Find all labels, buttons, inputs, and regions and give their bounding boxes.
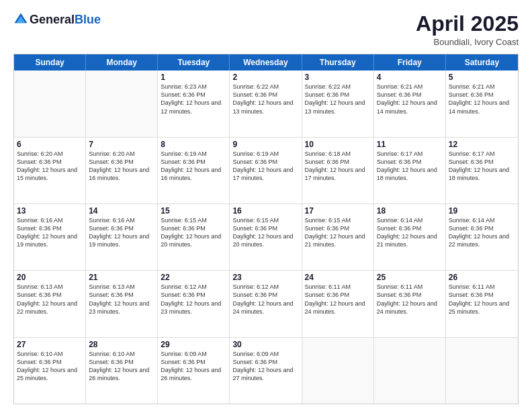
day-number: 27 (17, 340, 83, 349)
calendar-day-16: 16Sunrise: 6:15 AMSunset: 6:36 PMDayligh… (230, 204, 302, 270)
calendar-day-3: 3Sunrise: 6:22 AMSunset: 6:36 PMDaylight… (302, 71, 374, 136)
day-info: Sunrise: 6:11 AMSunset: 6:36 PMDaylight:… (305, 283, 371, 316)
calendar-day-13: 13Sunrise: 6:16 AMSunset: 6:36 PMDayligh… (14, 204, 86, 270)
calendar-day-8: 8Sunrise: 6:19 AMSunset: 6:36 PMDaylight… (158, 138, 230, 203)
day-number: 25 (377, 273, 443, 282)
day-info: Sunrise: 6:21 AMSunset: 6:36 PMDaylight:… (449, 83, 515, 116)
day-info: Sunrise: 6:09 AMSunset: 6:36 PMDaylight:… (161, 350, 226, 383)
calendar-day-26: 26Sunrise: 6:11 AMSunset: 6:36 PMDayligh… (446, 271, 518, 336)
day-info: Sunrise: 6:18 AMSunset: 6:36 PMDaylight:… (305, 150, 371, 183)
day-number: 28 (89, 340, 154, 349)
logo-blue: Blue (75, 13, 101, 26)
day-number: 14 (89, 206, 154, 216)
day-info: Sunrise: 6:23 AMSunset: 6:36 PMDaylight:… (161, 83, 226, 116)
day-info: Sunrise: 6:15 AMSunset: 6:36 PMDaylight:… (232, 216, 298, 249)
month-title: April 2025 (416, 12, 519, 36)
day-number: 3 (305, 73, 371, 82)
location-title: Boundiali, Ivory Coast (416, 37, 519, 47)
calendar-week-1: 1Sunrise: 6:23 AMSunset: 6:36 PMDaylight… (14, 71, 518, 136)
day-info: Sunrise: 6:12 AMSunset: 6:36 PMDaylight:… (232, 283, 298, 316)
header-day-thursday: Thursday (302, 54, 374, 71)
calendar-day-24: 24Sunrise: 6:11 AMSunset: 6:36 PMDayligh… (302, 271, 374, 336)
header-day-monday: Monday (86, 54, 158, 71)
calendar-day-23: 23Sunrise: 6:12 AMSunset: 6:36 PMDayligh… (230, 271, 302, 336)
calendar-day-20: 20Sunrise: 6:13 AMSunset: 6:36 PMDayligh… (14, 271, 86, 336)
header-day-wednesday: Wednesday (230, 54, 302, 71)
day-info: Sunrise: 6:20 AMSunset: 6:36 PMDaylight:… (17, 150, 83, 183)
header: GeneralBlue April 2025 Boundiali, Ivory … (13, 12, 519, 47)
logo-text: GeneralBlue (30, 13, 101, 27)
calendar-day-empty (374, 338, 446, 404)
day-number: 18 (377, 206, 443, 216)
day-number: 26 (449, 273, 515, 282)
header-day-sunday: Sunday (14, 54, 86, 71)
day-number: 24 (305, 273, 371, 282)
day-number: 13 (17, 206, 83, 216)
calendar-day-empty (446, 338, 518, 404)
day-info: Sunrise: 6:22 AMSunset: 6:36 PMDaylight:… (305, 83, 371, 116)
day-number: 5 (449, 73, 515, 82)
calendar: SundayMondayTuesdayWednesdayThursdayFrid… (13, 54, 519, 404)
calendar-day-empty (302, 338, 374, 404)
calendar-day-14: 14Sunrise: 6:16 AMSunset: 6:36 PMDayligh… (86, 204, 158, 270)
calendar-day-empty (14, 71, 86, 136)
day-number: 22 (161, 273, 226, 282)
header-day-friday: Friday (374, 54, 446, 71)
day-number: 9 (232, 140, 298, 149)
day-info: Sunrise: 6:16 AMSunset: 6:36 PMDaylight:… (89, 216, 154, 249)
calendar-day-12: 12Sunrise: 6:17 AMSunset: 6:36 PMDayligh… (446, 138, 518, 203)
day-number: 6 (17, 140, 83, 149)
page: GeneralBlue April 2025 Boundiali, Ivory … (0, 0, 532, 411)
day-info: Sunrise: 6:11 AMSunset: 6:36 PMDaylight:… (449, 283, 515, 316)
day-info: Sunrise: 6:10 AMSunset: 6:36 PMDaylight:… (17, 350, 83, 383)
calendar-day-18: 18Sunrise: 6:14 AMSunset: 6:36 PMDayligh… (374, 204, 446, 270)
day-info: Sunrise: 6:20 AMSunset: 6:36 PMDaylight:… (89, 150, 154, 183)
day-info: Sunrise: 6:09 AMSunset: 6:36 PMDaylight:… (232, 350, 298, 383)
calendar-day-empty (86, 71, 158, 136)
calendar-day-1: 1Sunrise: 6:23 AMSunset: 6:36 PMDaylight… (158, 71, 230, 136)
logo: GeneralBlue (13, 12, 101, 27)
day-number: 15 (161, 206, 226, 216)
header-day-tuesday: Tuesday (158, 54, 230, 71)
day-info: Sunrise: 6:15 AMSunset: 6:36 PMDaylight:… (161, 216, 226, 249)
day-number: 30 (232, 340, 298, 349)
day-number: 11 (377, 140, 443, 149)
calendar-week-4: 20Sunrise: 6:13 AMSunset: 6:36 PMDayligh… (14, 270, 518, 336)
day-number: 17 (305, 206, 371, 216)
day-info: Sunrise: 6:16 AMSunset: 6:36 PMDaylight:… (17, 216, 83, 249)
calendar-day-21: 21Sunrise: 6:13 AMSunset: 6:36 PMDayligh… (86, 271, 158, 336)
calendar-day-4: 4Sunrise: 6:21 AMSunset: 6:36 PMDaylight… (374, 71, 446, 136)
title-block: April 2025 Boundiali, Ivory Coast (416, 12, 519, 47)
calendar-day-29: 29Sunrise: 6:09 AMSunset: 6:36 PMDayligh… (158, 338, 230, 404)
day-info: Sunrise: 6:13 AMSunset: 6:36 PMDaylight:… (17, 283, 83, 316)
day-info: Sunrise: 6:21 AMSunset: 6:36 PMDaylight:… (377, 83, 443, 116)
calendar-day-19: 19Sunrise: 6:14 AMSunset: 6:36 PMDayligh… (446, 204, 518, 270)
logo-icon (13, 12, 28, 27)
calendar-day-9: 9Sunrise: 6:19 AMSunset: 6:36 PMDaylight… (230, 138, 302, 203)
calendar-header: SundayMondayTuesdayWednesdayThursdayFrid… (14, 54, 518, 71)
day-info: Sunrise: 6:10 AMSunset: 6:36 PMDaylight:… (89, 350, 154, 383)
day-number: 20 (17, 273, 83, 282)
logo-general: General (30, 13, 75, 26)
calendar-day-22: 22Sunrise: 6:12 AMSunset: 6:36 PMDayligh… (158, 271, 230, 336)
day-number: 10 (305, 140, 371, 149)
calendar-body: 1Sunrise: 6:23 AMSunset: 6:36 PMDaylight… (14, 71, 518, 404)
calendar-day-11: 11Sunrise: 6:17 AMSunset: 6:36 PMDayligh… (374, 138, 446, 203)
day-number: 12 (449, 140, 515, 149)
calendar-day-25: 25Sunrise: 6:11 AMSunset: 6:36 PMDayligh… (374, 271, 446, 336)
calendar-day-7: 7Sunrise: 6:20 AMSunset: 6:36 PMDaylight… (86, 138, 158, 203)
calendar-day-30: 30Sunrise: 6:09 AMSunset: 6:36 PMDayligh… (230, 338, 302, 404)
day-number: 29 (161, 340, 226, 349)
day-number: 7 (89, 140, 154, 149)
calendar-week-2: 6Sunrise: 6:20 AMSunset: 6:36 PMDaylight… (14, 137, 518, 203)
day-number: 1 (161, 73, 226, 82)
day-number: 8 (161, 140, 226, 149)
day-info: Sunrise: 6:12 AMSunset: 6:36 PMDaylight:… (161, 283, 226, 316)
calendar-day-15: 15Sunrise: 6:15 AMSunset: 6:36 PMDayligh… (158, 204, 230, 270)
calendar-day-6: 6Sunrise: 6:20 AMSunset: 6:36 PMDaylight… (14, 138, 86, 203)
day-info: Sunrise: 6:15 AMSunset: 6:36 PMDaylight:… (305, 216, 371, 249)
day-number: 16 (232, 206, 298, 216)
calendar-day-17: 17Sunrise: 6:15 AMSunset: 6:36 PMDayligh… (302, 204, 374, 270)
day-number: 21 (89, 273, 154, 282)
day-number: 19 (449, 206, 515, 216)
